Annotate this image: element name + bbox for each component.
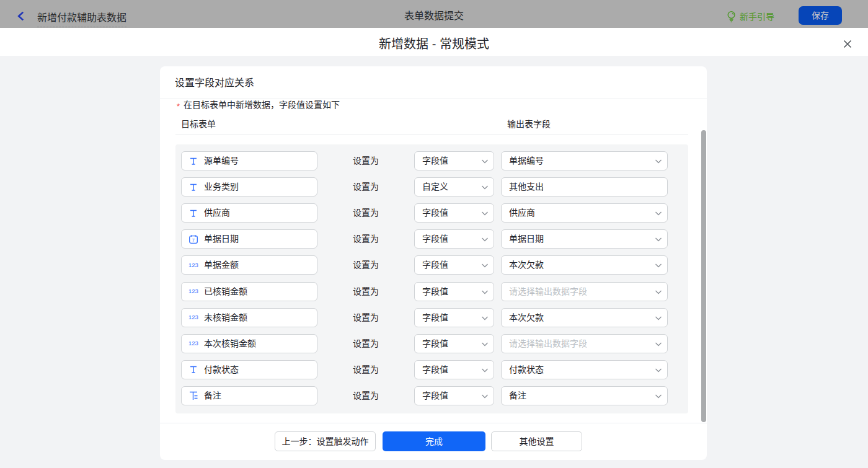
- svg-text:123: 123: [188, 340, 198, 347]
- svg-text:7: 7: [192, 237, 195, 243]
- svg-text:123: 123: [188, 262, 198, 268]
- svg-text:123: 123: [188, 314, 198, 320]
- svg-text:123: 123: [188, 288, 198, 294]
